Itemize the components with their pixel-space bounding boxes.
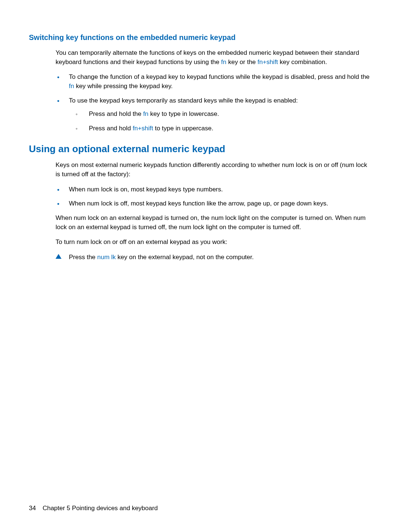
page-number: 34 <box>29 505 36 512</box>
document-page: Switching key functions on the embedded … <box>0 0 400 532</box>
text: To change the function of a keypad key t… <box>69 73 370 80</box>
list-item: When num lock is on, most keypad keys ty… <box>56 185 371 194</box>
text: Press and hold <box>89 125 133 132</box>
section2-paragraph-2: When num lock on an external keypad is t… <box>56 214 371 232</box>
step-triangle-icon <box>56 254 61 259</box>
text: key on the external keypad, not on the c… <box>116 254 254 261</box>
key-fn: fn <box>143 110 148 117</box>
key-fn: fn <box>221 58 226 66</box>
text: Press and hold the <box>89 110 143 117</box>
text: key or the <box>226 58 257 66</box>
section2-body: Keys on most external numeric keypads fu… <box>56 161 371 262</box>
page-footer: 34Chapter 5 Pointing devices and keyboar… <box>29 505 158 512</box>
section1-sub-list: Press and hold the fn key to type in low… <box>69 110 371 133</box>
text: key to type in lowercase. <box>149 110 219 117</box>
list-item: Press and hold the fn key to type in low… <box>69 110 371 119</box>
key-fn-shift: fn+shift <box>133 125 153 132</box>
text: Press the <box>69 254 97 261</box>
section1-body: You can temporarily alternate the functi… <box>56 48 371 133</box>
key-num-lk: num lk <box>97 254 116 261</box>
list-item: To change the function of a keypad key t… <box>56 73 371 91</box>
list-item: When num lock is off, most keypad keys f… <box>56 199 371 208</box>
list-item: To use the keypad keys temporarily as st… <box>56 96 371 133</box>
procedure-step: Press the num lk key on the external key… <box>56 253 371 262</box>
section2-paragraph-3: To turn num lock on or off on an externa… <box>56 238 371 247</box>
section1-bullet-list: To change the function of a keypad key t… <box>56 73 371 133</box>
heading-using-external-keypad: Using an optional external numeric keypa… <box>29 143 371 155</box>
heading-switching-key-functions: Switching key functions on the embedded … <box>29 33 371 42</box>
text: key combination. <box>278 58 327 66</box>
section2-bullet-list: When num lock is on, most keypad keys ty… <box>56 185 371 208</box>
chapter-label: Chapter 5 Pointing devices and keyboard <box>43 505 158 512</box>
key-fn: fn <box>69 83 74 90</box>
text: to type in uppercase. <box>153 125 213 132</box>
section2-intro-paragraph: Keys on most external numeric keypads fu… <box>56 161 371 179</box>
text: To use the keypad keys temporarily as st… <box>69 97 298 104</box>
section1-intro-paragraph: You can temporarily alternate the functi… <box>56 48 371 67</box>
key-fn-shift: fn+shift <box>257 58 278 66</box>
text: key while pressing the keypad key. <box>74 83 173 90</box>
list-item: Press and hold fn+shift to type in upper… <box>69 124 371 133</box>
